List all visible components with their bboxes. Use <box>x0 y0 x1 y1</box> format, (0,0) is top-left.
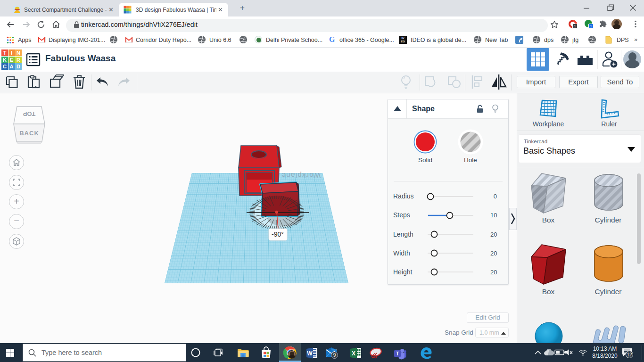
svg-text:TOP: TOP <box>23 110 35 117</box>
svg-text:Workplane: Workplane <box>281 172 321 180</box>
svg-text:BACK: BACK <box>19 130 39 137</box>
svg-text:T: T <box>396 351 399 356</box>
svg-text:X: X <box>352 350 355 357</box>
svg-text:W: W <box>307 350 313 357</box>
svg-text:-90°: -90° <box>272 230 284 238</box>
